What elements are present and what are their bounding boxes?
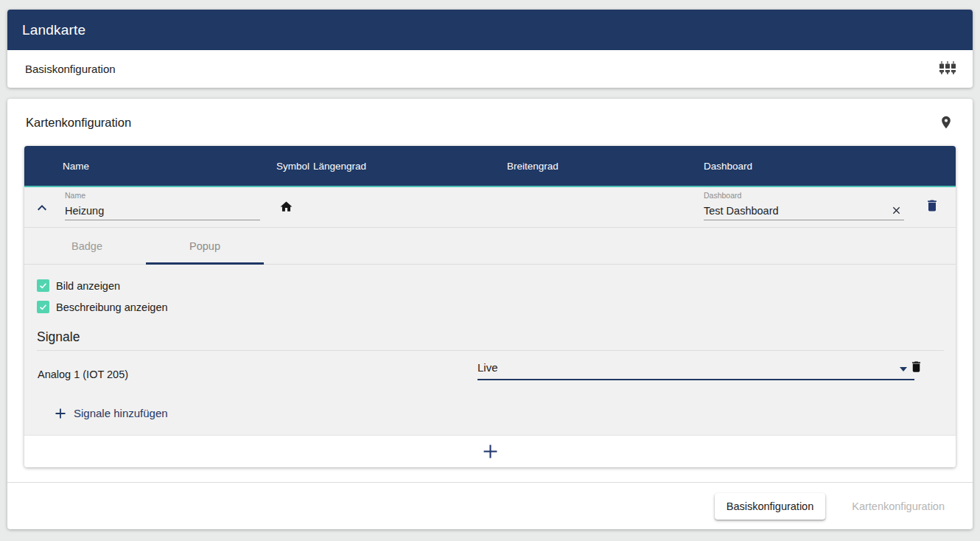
dropdown-arrow-icon bbox=[900, 367, 907, 371]
tab-popup[interactable]: Popup bbox=[146, 228, 264, 264]
show-image-label: Bild anzeigen bbox=[56, 280, 120, 292]
tab-badge-label: Badge bbox=[71, 240, 102, 252]
plus-icon bbox=[55, 408, 66, 419]
map-config-card: Kartenkonfiguration Name Symbol Längengr… bbox=[7, 99, 973, 529]
basis-config-title: Basiskonfiguration bbox=[25, 63, 939, 75]
name-field[interactable]: Name Heizung bbox=[65, 191, 260, 220]
collapse-row-button[interactable] bbox=[33, 199, 51, 217]
add-marker-row-button[interactable] bbox=[24, 435, 956, 467]
page-title-bar: Landkarte bbox=[7, 10, 973, 50]
signals-heading: Signale bbox=[37, 329, 944, 345]
checkbox-checked-icon[interactable] bbox=[37, 279, 49, 292]
column-header-laengengrad: Längengrad bbox=[313, 161, 366, 172]
delete-signal-button[interactable] bbox=[909, 360, 923, 374]
show-description-checkbox-row[interactable]: Beschreibung anzeigen bbox=[37, 296, 944, 318]
map-config-header: Kartenkonfiguration bbox=[7, 99, 973, 146]
tab-badge[interactable]: Badge bbox=[28, 228, 146, 264]
name-field-label: Name bbox=[65, 191, 260, 200]
trash-icon bbox=[925, 198, 939, 213]
chevron-up-icon bbox=[33, 199, 51, 217]
signal-name: Analog 1 (IOT 205) bbox=[38, 369, 128, 380]
select-underline bbox=[477, 379, 914, 380]
tab-popup-label: Popup bbox=[189, 240, 220, 252]
kartenkonfiguration-button-disabled: Kartenkonfiguration bbox=[840, 493, 956, 520]
show-image-checkbox-row[interactable]: Bild anzeigen bbox=[37, 275, 944, 296]
dashboard-field-label: Dashboard bbox=[704, 191, 904, 200]
basis-config-card: Landkarte Basiskonfiguration bbox=[7, 10, 973, 88]
row-detail-tabs: Badge Popup bbox=[24, 228, 956, 265]
clear-dashboard-button[interactable] bbox=[889, 206, 904, 215]
sliders-icon[interactable] bbox=[939, 60, 956, 78]
signal-mode-value: Live bbox=[477, 361, 914, 379]
signal-mode-select[interactable]: Live bbox=[477, 361, 914, 380]
map-config-title: Kartenkonfiguration bbox=[26, 116, 939, 130]
home-icon[interactable] bbox=[279, 200, 293, 214]
column-header-symbol: Symbol bbox=[276, 161, 309, 172]
table-header-row: Name Symbol Längengrad Breitengrad Dashb… bbox=[24, 146, 956, 186]
column-header-breitengrad: Breitengrad bbox=[507, 161, 559, 172]
basiskonfiguration-button[interactable]: Basiskonfiguration bbox=[715, 493, 826, 520]
name-field-value[interactable]: Heizung bbox=[65, 205, 260, 217]
plus-icon bbox=[483, 444, 498, 459]
trash-icon bbox=[909, 360, 923, 374]
dashboard-field[interactable]: Dashboard Test Dashboard bbox=[704, 191, 904, 220]
location-pin-icon bbox=[939, 115, 953, 130]
clear-icon bbox=[892, 206, 901, 215]
add-signal-button[interactable]: Signale hinzufügen bbox=[55, 407, 168, 419]
page-title: Landkarte bbox=[22, 22, 85, 38]
signal-row: Analog 1 (IOT 205) Live bbox=[37, 360, 944, 392]
checkbox-checked-icon[interactable] bbox=[37, 301, 49, 313]
footer-actions: Basiskonfiguration Kartenkonfiguration bbox=[7, 483, 973, 529]
signals-divider bbox=[37, 350, 944, 351]
delete-row-button[interactable] bbox=[925, 198, 939, 213]
dashboard-field-value[interactable]: Test Dashboard bbox=[704, 205, 889, 217]
show-description-label: Beschreibung anzeigen bbox=[56, 301, 168, 313]
popup-tab-panel: Bild anzeigen Beschreibung anzeigen Sign… bbox=[24, 265, 956, 435]
table-row: Name Heizung Dashboard Test Dashboard bbox=[24, 187, 956, 228]
column-header-name: Name bbox=[63, 161, 89, 172]
basis-config-row[interactable]: Basiskonfiguration bbox=[7, 50, 973, 88]
column-header-dashboard: Dashboard bbox=[704, 161, 752, 172]
add-signal-label: Signale hinzufügen bbox=[74, 407, 168, 419]
markers-table: Name Symbol Längengrad Breitengrad Dashb… bbox=[24, 146, 956, 467]
